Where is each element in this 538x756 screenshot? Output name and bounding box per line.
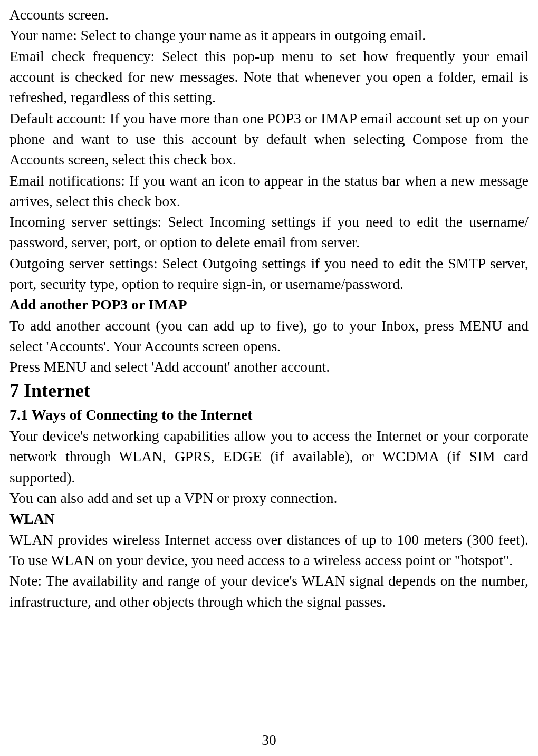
paragraph: Incoming server settings: Select Incomin… [9,211,529,253]
subheading-add-another: Add another POP3 or IMAP [9,294,529,315]
paragraph: Outgoing server settings: Select Outgoin… [9,253,529,295]
page-number: 30 [0,732,538,749]
paragraph: To add another account (you can add up t… [9,315,529,357]
paragraph: Your device's networking capabilities al… [9,425,529,488]
paragraph: Email check frequency: Select this pop-u… [9,46,529,108]
paragraph: Default account: If you have more than o… [9,108,529,170]
section-heading: 7.1 Ways of Connecting to the Internet [9,404,529,425]
paragraph: WLAN provides wireless Internet access o… [9,529,529,571]
subheading-wlan: WLAN [9,508,529,529]
paragraph: Press MENU and select 'Add account' anot… [9,356,529,377]
paragraph: You can also add and set up a VPN or pro… [9,488,529,508]
paragraph: Email notifications: If you want an icon… [9,170,529,212]
page-content: Accounts screen. Your name: Select to ch… [9,4,529,612]
chapter-heading: 7 Internet [9,377,529,404]
paragraph: Accounts screen. [9,4,529,25]
paragraph: Note: The availability and range of your… [9,570,529,612]
paragraph: Your name: Select to change your name as… [9,25,529,45]
